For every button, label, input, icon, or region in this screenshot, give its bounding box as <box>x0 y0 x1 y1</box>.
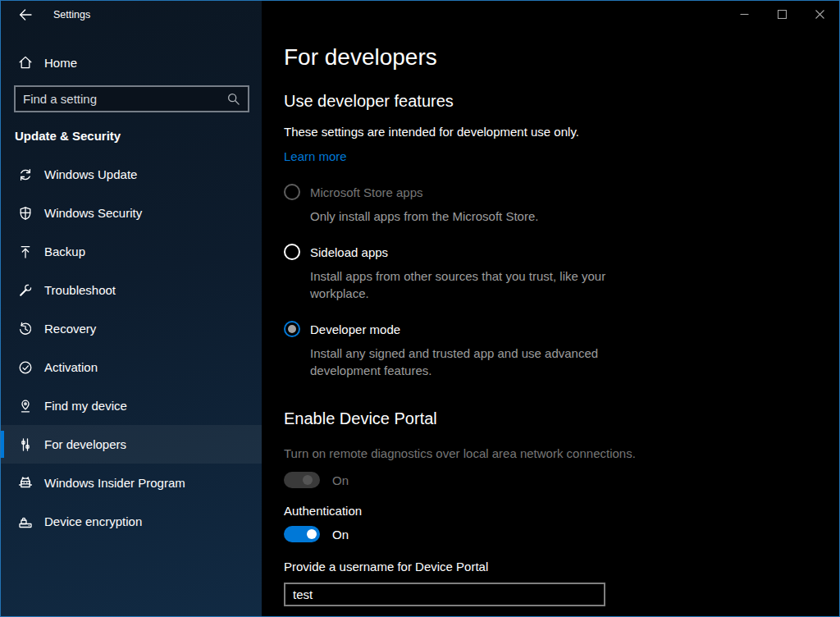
window-controls <box>725 2 838 27</box>
sync-icon <box>17 167 34 183</box>
device-portal-toggle <box>284 472 320 488</box>
sidebar-item-windows-security[interactable]: Windows Security <box>1 194 262 232</box>
minimize-icon <box>740 10 749 19</box>
nav-label: Activation <box>44 360 98 374</box>
authentication-toggle-row: On <box>284 526 839 542</box>
radio-label: Developer mode <box>310 322 400 336</box>
sidebar-item-backup[interactable]: Backup <box>1 232 262 271</box>
radio-description: Install any signed and trusted app and u… <box>310 345 626 379</box>
nav-label: Find my device <box>44 399 127 413</box>
sidebar-item-windows-update[interactable]: Windows Update <box>1 155 262 194</box>
settings-window: Settings Home Update & Security Windows … <box>0 0 840 617</box>
page-title: For developers <box>284 43 839 71</box>
nav-label: For developers <box>44 437 126 451</box>
radio-sideload-apps[interactable]: Sideload apps <box>284 244 839 260</box>
nav-label: Troubleshoot <box>44 283 116 297</box>
sidebar-item-troubleshoot[interactable]: Troubleshoot <box>1 271 262 309</box>
radio-description: Install apps from other sources that you… <box>310 267 626 302</box>
radio-label: Microsoft Store apps <box>310 185 423 199</box>
authentication-toggle-state: On <box>332 528 349 542</box>
app-title: Settings <box>53 9 90 21</box>
authentication-label: Authentication <box>284 503 839 519</box>
radio-button-icon <box>284 184 300 200</box>
nav-label: Windows Update <box>44 167 137 181</box>
search-box[interactable] <box>14 85 249 112</box>
lock-drive-icon <box>17 514 34 530</box>
sidebar-item-recovery[interactable]: Recovery <box>1 309 262 348</box>
device-portal-username-label: Provide a username for Device Portal <box>284 559 839 575</box>
radio-microsoft-store-apps[interactable]: Microsoft Store apps <box>284 184 839 200</box>
search-input[interactable] <box>16 87 226 111</box>
radio-developer-mode[interactable]: Developer mode <box>284 321 839 337</box>
radio-button-selected-icon <box>284 321 300 337</box>
learn-more-link[interactable]: Learn more <box>284 149 347 164</box>
nav-label: Windows Insider Program <box>44 476 185 490</box>
location-pin-icon <box>17 398 34 414</box>
category-header: Update & Security <box>15 129 121 143</box>
sidebar-item-device-encryption[interactable]: Device encryption <box>1 502 262 541</box>
radio-button-icon <box>284 244 300 260</box>
device-portal-description: Turn on remote diagnostics over local ar… <box>284 446 839 462</box>
check-circle-icon <box>17 359 34 376</box>
search-icon <box>226 92 240 106</box>
backup-arrow-icon <box>17 244 34 260</box>
nav-label: Device encryption <box>44 514 142 528</box>
settings-content: For developers Use developer features Th… <box>262 1 839 616</box>
radio-label: Sideload apps <box>310 245 388 259</box>
close-button[interactable] <box>801 2 838 27</box>
home-icon <box>17 54 34 71</box>
enable-device-portal-heading: Enable Device Portal <box>284 409 839 428</box>
ninja-cat-icon <box>17 475 34 491</box>
back-button[interactable] <box>12 6 39 25</box>
authentication-toggle[interactable] <box>284 526 320 542</box>
developer-settings-description: These settings are intended for developm… <box>284 124 839 140</box>
settings-sidebar: Settings Home Update & Security Windows … <box>1 1 262 616</box>
device-portal-toggle-state: On <box>332 473 349 487</box>
wrench-icon <box>17 282 34 299</box>
maximize-button[interactable] <box>763 2 801 27</box>
sidebar-item-find-my-device[interactable]: Find my device <box>1 386 262 425</box>
radio-option-developer-mode: Developer mode Install any signed and tr… <box>284 321 839 379</box>
shield-icon <box>17 205 34 222</box>
device-portal-toggle-row: On <box>284 472 839 488</box>
developer-tools-icon <box>17 436 34 453</box>
use-developer-features-heading: Use developer features <box>284 91 839 111</box>
nav-label: Recovery <box>44 322 96 336</box>
sidebar-nav: Windows Update Windows Security Backup <box>1 155 262 541</box>
radio-description: Only install apps from the Microsoft Sto… <box>310 208 626 225</box>
device-portal-username-input[interactable] <box>284 583 605 606</box>
radio-option-microsoft-store-apps: Microsoft Store apps Only install apps f… <box>284 184 839 225</box>
sidebar-item-home[interactable]: Home <box>1 50 262 75</box>
sidebar-item-activation[interactable]: Activation <box>1 348 262 386</box>
nav-label: Windows Security <box>44 206 142 220</box>
developer-features-radio-group: Microsoft Store apps Only install apps f… <box>284 184 839 379</box>
back-arrow-icon <box>18 7 33 22</box>
sidebar-item-for-developers[interactable]: For developers <box>1 425 262 464</box>
titlebar: Settings <box>1 1 262 30</box>
minimize-button[interactable] <box>725 2 763 27</box>
history-icon <box>17 321 34 337</box>
home-label: Home <box>44 56 77 70</box>
close-icon <box>815 10 824 19</box>
sidebar-item-windows-insider-program[interactable]: Windows Insider Program <box>1 464 262 502</box>
radio-option-sideload-apps: Sideload apps Install apps from other so… <box>284 244 839 302</box>
nav-label: Backup <box>44 245 85 258</box>
maximize-icon <box>778 10 787 19</box>
